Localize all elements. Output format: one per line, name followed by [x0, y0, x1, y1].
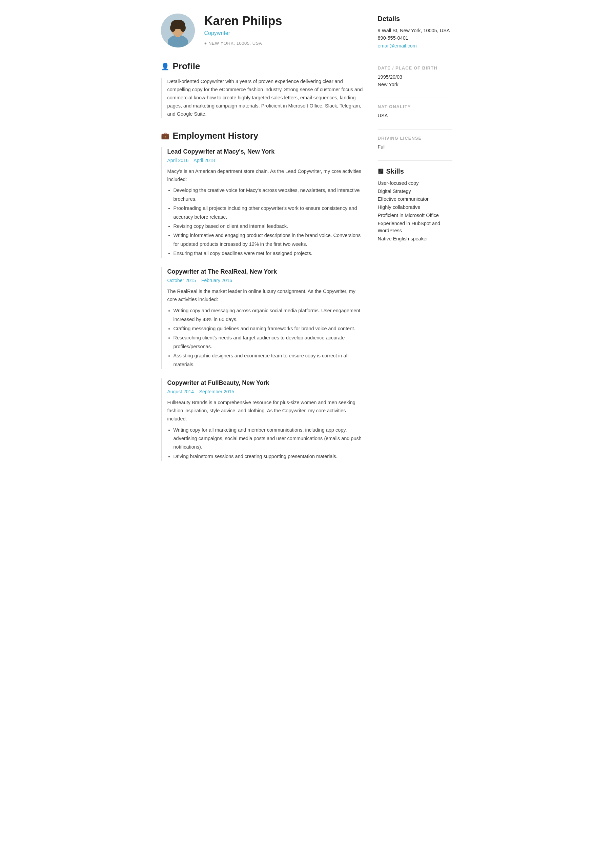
divider-3 — [378, 129, 452, 130]
svg-point-5 — [170, 24, 175, 32]
full-name: Karen Philips — [204, 14, 282, 28]
dob-label: DATE / PLACE OF BIRTH — [378, 65, 452, 71]
list-item: Developing the creative voice for Macy's… — [173, 186, 364, 203]
job-3-dates: August 2014 – September 2015 — [167, 388, 364, 395]
details-section: Details 9 Wall St, New York, 10005, USA … — [378, 14, 452, 50]
list-item: Assisting graphic designers and ecommerc… — [173, 352, 364, 369]
job-3-desc: FullBeauty Brands is a comprehensive res… — [167, 399, 364, 423]
job-1-desc: Macy's is an American department store c… — [167, 167, 364, 184]
job-3: Copywriter at FullBeauty, New York Augus… — [161, 378, 364, 461]
divider-4 — [378, 160, 452, 161]
job-1-title: Lead Copywriter at Macy's, New York — [167, 147, 364, 156]
list-item: Ensuring that all copy deadlines were me… — [173, 249, 364, 258]
job-title-header: Copywriter — [204, 29, 282, 37]
divider-2 — [378, 98, 452, 98]
employment-section: 💼 Employment History Lead Copywriter at … — [161, 129, 364, 461]
list-item: Researching client's needs and target au… — [173, 334, 364, 351]
nationality: USA — [378, 112, 452, 120]
job-3-title: Copywriter at FullBeauty, New York — [167, 378, 364, 388]
address: 9 Wall St, New York, 10005, USA — [378, 27, 452, 34]
employment-icon: 💼 — [161, 130, 169, 141]
dob: 1995/20/03 — [378, 74, 452, 81]
list-item: Writing copy and messaging across organi… — [173, 307, 364, 324]
avatar — [161, 14, 195, 48]
dob-section: DATE / PLACE OF BIRTH 1995/20/03 New Yor… — [378, 65, 452, 88]
location: ● NEW YORK, 10005, USA — [204, 40, 282, 47]
skills-list: User-focused copy Digital Strategy Effec… — [378, 180, 452, 243]
skill-item: User-focused copy — [378, 180, 452, 187]
driving-label: DRIVING LICENSE — [378, 135, 452, 142]
skill-item: Proficient in Microsoft Office — [378, 212, 452, 219]
email-link[interactable]: email@email.com — [378, 43, 417, 48]
page-container: Karen Philips Copywriter ● NEW YORK, 100… — [154, 0, 459, 868]
list-item: Driving brainstorm sessions and creating… — [173, 452, 364, 461]
skill-item: Effective communicator — [378, 195, 452, 203]
employment-title: Employment History — [173, 129, 259, 143]
list-item: Crafting messaging guidelines and naming… — [173, 324, 364, 333]
list-item: Revising copy based on client and intern… — [173, 222, 364, 231]
phone: 890-555-0401 — [378, 34, 452, 42]
header-info: Karen Philips Copywriter ● NEW YORK, 100… — [204, 14, 282, 46]
divider-1 — [378, 59, 452, 59]
birthplace: New York — [378, 81, 452, 88]
job-1: Lead Copywriter at Macy's, New York Apri… — [161, 147, 364, 258]
list-item: Proofreading all projects including othe… — [173, 204, 364, 222]
list-item: Writing informative and engaging product… — [173, 231, 364, 248]
profile-text: Detail-oriented Copywriter with 4 years … — [161, 78, 364, 118]
job-2: Copywriter at The RealReal, New York Oct… — [161, 267, 364, 369]
profile-section: 👤 Profile Detail-oriented Copywriter wit… — [161, 60, 364, 118]
job-1-dates: April 2016 – April 2018 — [167, 157, 364, 164]
details-title: Details — [378, 14, 452, 24]
skill-item: Experienced in HubSpot and WordPress — [378, 220, 452, 235]
header: Karen Philips Copywriter ● NEW YORK, 100… — [161, 14, 364, 48]
job-3-bullets: Writing copy for all marketing and membe… — [173, 426, 364, 461]
main-column: Karen Philips Copywriter ● NEW YORK, 100… — [161, 14, 364, 854]
skill-item: Native English speaker — [378, 235, 452, 243]
location-icon: ● — [204, 40, 207, 47]
job-2-title: Copywriter at The RealReal, New York — [167, 267, 364, 276]
driving-section: DRIVING LICENSE Full — [378, 135, 452, 151]
list-item: Writing copy for all marketing and membe… — [173, 426, 364, 452]
profile-section-header: 👤 Profile — [161, 60, 364, 73]
job-2-desc: The RealReal is the market leader in onl… — [167, 288, 364, 304]
skill-item: Highly collaborative — [378, 204, 452, 211]
skills-bar-chart-icon: ▩ — [378, 166, 384, 176]
job-2-dates: October 2015 – February 2016 — [167, 277, 364, 284]
location-text: NEW YORK, 10005, USA — [208, 40, 262, 47]
nationality-label: NATIONALITY — [378, 104, 452, 110]
sidebar: Details 9 Wall St, New York, 10005, USA … — [378, 14, 452, 854]
skills-title: ▩ Skills — [378, 166, 452, 176]
profile-title: Profile — [173, 60, 200, 73]
profile-icon: 👤 — [161, 61, 169, 71]
svg-point-6 — [180, 24, 186, 32]
job-1-bullets: Developing the creative voice for Macy's… — [173, 186, 364, 258]
nationality-section: NATIONALITY USA — [378, 104, 452, 119]
driving: Full — [378, 143, 452, 151]
job-2-bullets: Writing copy and messaging across organi… — [173, 307, 364, 369]
skill-item: Digital Strategy — [378, 188, 452, 195]
skills-section: ▩ Skills User-focused copy Digital Strat… — [378, 166, 452, 243]
employment-section-header: 💼 Employment History — [161, 129, 364, 143]
